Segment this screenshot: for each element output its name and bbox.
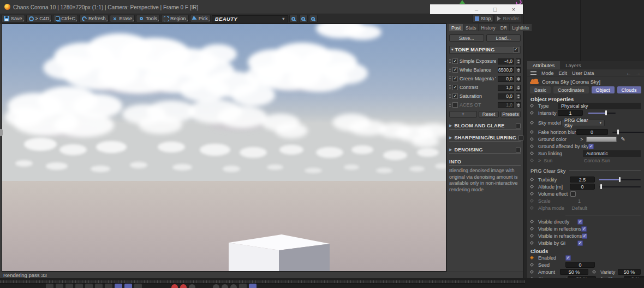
- tab-history[interactable]: History: [479, 24, 498, 31]
- ground-affected-checkbox[interactable]: ✓: [588, 144, 594, 149]
- keyframe-selection-button[interactable]: [189, 284, 195, 288]
- scale-key-button[interactable]: [222, 284, 228, 288]
- tab-post[interactable]: Post: [449, 24, 463, 31]
- keyframe-diamond-icon[interactable]: [530, 151, 534, 155]
- history-forward-button[interactable]: →: [635, 70, 641, 76]
- refresh-button[interactable]: Refresh: [79, 15, 109, 22]
- spinner[interactable]: [516, 76, 521, 82]
- keyframe-diamond-icon[interactable]: [530, 220, 534, 224]
- row-checkbox[interactable]: ✓: [452, 76, 458, 81]
- tab-basic[interactable]: Basic: [530, 86, 551, 93]
- tab-dr[interactable]: DR: [498, 24, 510, 31]
- turbidity-input[interactable]: 2.5: [570, 177, 595, 183]
- bloom-checkbox[interactable]: [516, 124, 521, 128]
- altitude-slider[interactable]: [599, 184, 641, 189]
- keyframe-diamond-icon[interactable]: [530, 104, 534, 108]
- intensity-slider[interactable]: [588, 110, 616, 115]
- value-input[interactable]: 0,0: [498, 93, 514, 99]
- close-button[interactable]: ×: [504, 4, 523, 14]
- value-input[interactable]: 1,0: [498, 85, 514, 91]
- menu-mode[interactable]: Mode: [541, 70, 554, 76]
- spinner[interactable]: [516, 85, 521, 91]
- tone-mapping-header[interactable]: ▾ TONE MAPPING ✓: [449, 46, 521, 54]
- tab-coordinates[interactable]: Coordinates: [553, 86, 589, 93]
- keyframe-diamond-icon[interactable]: [530, 234, 534, 238]
- tab-lightmix[interactable]: LightMix: [510, 24, 532, 31]
- spinner[interactable]: [516, 102, 521, 108]
- loop-mode-button[interactable]: [115, 284, 122, 288]
- intensity-input[interactable]: 1: [558, 110, 583, 116]
- sharpening-checkbox[interactable]: [518, 136, 523, 140]
- turbidity-slider[interactable]: [599, 177, 641, 182]
- visible-directly-checkbox[interactable]: ✓: [577, 219, 583, 225]
- zoom-reset-button[interactable]: [289, 15, 298, 22]
- minimize-button[interactable]: –: [467, 4, 486, 14]
- row-checkbox[interactable]: ✓: [452, 93, 458, 99]
- save-button[interactable]: Save: [1, 15, 25, 22]
- amount-input[interactable]: 50 %: [560, 269, 588, 275]
- row-checkbox[interactable]: ✓: [452, 67, 458, 73]
- keyframe-diamond-icon[interactable]: [592, 270, 596, 274]
- spinner[interactable]: [516, 93, 521, 99]
- pick-button[interactable]: Pick: [190, 15, 211, 22]
- save-settings-button[interactable]: Save...: [449, 34, 484, 42]
- row-checkbox[interactable]: [452, 102, 458, 108]
- load-settings-button[interactable]: Load...: [486, 34, 521, 42]
- keyframe-diamond-set-icon[interactable]: [530, 256, 534, 260]
- prev-frame-button[interactable]: [65, 284, 73, 288]
- timeline-ruler[interactable]: [0, 280, 525, 284]
- type-select[interactable]: Physical sky: [558, 103, 641, 109]
- drag-handle-icon[interactable]: [449, 85, 451, 90]
- keyframe-diamond-icon[interactable]: [530, 185, 534, 189]
- prev-key-button[interactable]: [56, 284, 63, 288]
- render-element-select[interactable]: BEAUTY ▾: [212, 15, 288, 22]
- fake-horizon-blur-input[interactable]: 0: [576, 129, 608, 135]
- rotation-key-button[interactable]: [230, 284, 237, 288]
- volume-effect-checkbox[interactable]: [570, 191, 576, 197]
- tab-object[interactable]: Object: [592, 86, 615, 93]
- value-input[interactable]: 6500,0: [498, 67, 514, 73]
- erase-button[interactable]: × Erase: [110, 15, 135, 22]
- vfb-title-bar[interactable]: Chaos Corona 10 | 1280×720px (1:1) | Cam…: [0, 0, 523, 14]
- keyframe-diamond-icon[interactable]: [530, 144, 534, 148]
- menu-icon[interactable]: [530, 71, 536, 75]
- copy-button[interactable]: Ctrl+C: [53, 15, 78, 22]
- keyframe-diamond-icon[interactable]: [530, 111, 534, 115]
- send-to-c4d-button[interactable]: > C4D: [26, 15, 52, 22]
- tab-attributes[interactable]: Attributes: [527, 61, 560, 69]
- drag-handle-icon[interactable]: [449, 103, 451, 108]
- spinner[interactable]: [516, 58, 521, 64]
- start-render-button[interactable]: Render: [494, 15, 522, 22]
- add-operator-button[interactable]: +: [449, 111, 477, 117]
- visible-reflections-checkbox[interactable]: ✓: [581, 226, 587, 232]
- render-viewport[interactable]: [2, 23, 446, 272]
- tab-clouds[interactable]: Clouds: [617, 86, 641, 93]
- next-key-button[interactable]: [95, 284, 103, 288]
- sound-button[interactable]: [124, 284, 132, 288]
- stop-render-button[interactable]: Stop: [472, 15, 494, 22]
- value-input[interactable]: 0,0: [498, 76, 514, 82]
- denoising-section[interactable]: ▶ DENOISING: [449, 146, 521, 154]
- denoising-checkbox[interactable]: [516, 148, 521, 152]
- spinner[interactable]: [516, 67, 521, 73]
- expander-icon[interactable]: >: [538, 158, 541, 163]
- playback-rate-button[interactable]: [134, 284, 142, 288]
- keyframe-diamond-icon[interactable]: [530, 137, 534, 141]
- pla-key-button[interactable]: [249, 284, 257, 288]
- parameter-key-button[interactable]: [239, 284, 247, 288]
- presets-button[interactable]: Presets: [500, 111, 521, 117]
- altitude-input[interactable]: 0: [570, 184, 595, 190]
- window-edge-handle[interactable]: [0, 129, 3, 136]
- menu-edit[interactable]: Edit: [559, 70, 568, 76]
- goto-start-button[interactable]: [46, 284, 53, 288]
- keyframe-diamond-icon[interactable]: [530, 227, 534, 231]
- position-key-button[interactable]: [213, 284, 219, 288]
- keyframe-diamond-icon[interactable]: [530, 130, 534, 134]
- goto-end-button[interactable]: [105, 284, 112, 288]
- tools-button[interactable]: Tools: [136, 15, 160, 22]
- sun-linking-select[interactable]: Automatic: [583, 150, 641, 157]
- keyframe-diamond-icon[interactable]: [530, 241, 534, 245]
- maximize-button[interactable]: □: [486, 4, 504, 14]
- history-back-button[interactable]: ←: [626, 70, 631, 76]
- drag-handle-icon[interactable]: [449, 94, 451, 99]
